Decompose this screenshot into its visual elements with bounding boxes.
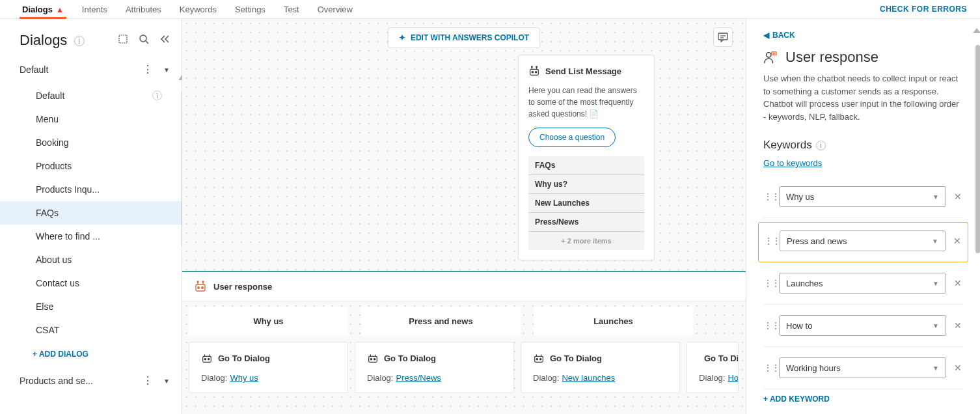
svg-point-11: [532, 66, 533, 68]
keyword-row: ⋮⋮ Why us▼ ✕: [763, 180, 963, 218]
add-dialog-button[interactable]: + ADD DIALOG: [0, 342, 182, 366]
panel-title: User response: [785, 49, 878, 66]
bot-icon: [528, 65, 540, 77]
svg-point-26: [370, 359, 372, 360]
info-icon[interactable]: i: [152, 90, 162, 100]
top-nav: Dialogs▲ Intents Attributes Keywords Set…: [0, 0, 980, 19]
drag-handle-icon[interactable]: ⋮⋮: [763, 278, 772, 288]
check-errors-button[interactable]: CHECK FOR ERRORS: [880, 5, 967, 14]
svg-point-12: [536, 66, 538, 68]
sparkle-icon: ✦: [399, 33, 405, 42]
svg-point-31: [536, 359, 538, 360]
chevron-down-icon[interactable]: ▼: [163, 378, 170, 385]
delete-icon[interactable]: ✕: [953, 320, 963, 331]
delete-icon[interactable]: ✕: [952, 236, 962, 246]
canvas[interactable]: ✦ EDIT WITH ANSWERS COPILOT Send List Me…: [182, 19, 746, 414]
group-products-se[interactable]: Products and se... ⋮▼: [0, 366, 182, 395]
tree-item-else[interactable]: Else: [0, 295, 182, 318]
card-text: Here you can read the answers to some of…: [528, 85, 644, 120]
chat-icon[interactable]: [713, 27, 733, 47]
tab-test[interactable]: Test: [281, 1, 302, 18]
keyword-select[interactable]: Working hours▼: [779, 357, 946, 378]
more-items-label[interactable]: + 2 more items: [528, 232, 644, 250]
dialog-link[interactable]: Why us: [230, 373, 258, 383]
card-title: Send List Message: [545, 66, 621, 76]
svg-point-19: [202, 281, 204, 283]
drag-handle-icon[interactable]: ⋮⋮: [763, 191, 772, 202]
search-icon[interactable]: [139, 34, 149, 47]
bot-icon: [194, 280, 207, 293]
keywords-heading: Keywords i: [763, 139, 963, 152]
info-icon[interactable]: i: [74, 36, 85, 46]
tree-item-contact[interactable]: Contact us: [0, 271, 182, 295]
tree-item-about[interactable]: About us: [0, 248, 182, 271]
right-panel: ◀ BACK User response Use when the chatbo…: [746, 19, 980, 414]
chevron-down-icon: ▼: [932, 280, 939, 287]
svg-point-27: [374, 359, 375, 360]
back-button[interactable]: ◀ BACK: [763, 31, 963, 40]
keyword-select[interactable]: Why us▼: [779, 186, 946, 207]
edit-copilot-button[interactable]: ✦ EDIT WITH ANSWERS COPILOT: [388, 27, 540, 48]
list-item[interactable]: New Launches: [528, 194, 644, 213]
keyword-row-highlighted: ⋮⋮ Press and news▼ ✕: [758, 222, 968, 262]
tab-attributes[interactable]: Attributes: [123, 1, 164, 18]
tab-overview[interactable]: Overview: [315, 1, 355, 18]
delete-icon[interactable]: ✕: [953, 363, 963, 373]
user-response-band: User response Why us Press and news Laun…: [182, 271, 746, 400]
chevron-down-icon[interactable]: ▼: [163, 66, 170, 74]
tree-item-menu[interactable]: Menu: [0, 107, 182, 131]
dialog-link[interactable]: New launches: [562, 373, 615, 383]
tab-keywords[interactable]: Keywords: [177, 1, 219, 18]
delete-icon[interactable]: ✕: [953, 278, 963, 288]
tree-item-csat[interactable]: CSAT: [0, 318, 182, 342]
go-dialog-card[interactable]: Go To Dialog Dialog:Press/News: [355, 342, 514, 393]
tree-item-faqs[interactable]: FAQs: [0, 201, 182, 225]
keyword-row: ⋮⋮ How to▼ ✕: [763, 309, 963, 347]
tree-item-products-inqu[interactable]: Products Inqu...: [0, 178, 182, 201]
expand-all-icon[interactable]: [118, 34, 128, 47]
chevron-down-icon: ▼: [932, 238, 938, 245]
choose-question-button[interactable]: Choose a question: [528, 128, 616, 147]
keyword-row: ⋮⋮ Launches▼ ✕: [763, 266, 963, 305]
go-dialog-card[interactable]: Go To Dialog Dialog:How: [687, 342, 739, 393]
info-icon[interactable]: i: [816, 141, 826, 150]
tree-item-booking[interactable]: Booking: [0, 131, 182, 154]
user-response-header[interactable]: User response: [182, 271, 746, 301]
svg-point-22: [208, 359, 210, 360]
group-default[interactable]: Default ⋮▼: [0, 55, 182, 84]
bot-icon: [201, 352, 213, 364]
drag-handle-icon[interactable]: ⋮⋮: [763, 363, 772, 373]
tree-item-where[interactable]: Where to find ...: [0, 225, 182, 248]
tab-dialogs[interactable]: Dialogs▲: [20, 1, 66, 18]
response-tab-launches[interactable]: Launches: [534, 307, 693, 335]
go-dialog-card[interactable]: Go To Dialog Dialog:Why us: [189, 342, 348, 393]
go-dialog-card[interactable]: Go To Dialog Dialog:New launches: [521, 342, 680, 393]
sidebar-title: Dialogs i: [20, 32, 85, 49]
drag-handle-icon[interactable]: ⋮⋮: [763, 320, 772, 331]
tree-item-products[interactable]: Products: [0, 154, 182, 178]
list-item[interactable]: Press/News: [528, 213, 644, 232]
response-tab-press[interactable]: Press and news: [361, 307, 521, 335]
svg-line-2: [146, 41, 148, 44]
keyword-select[interactable]: How to▼: [779, 315, 946, 336]
send-list-card[interactable]: Send List Message Here you can read the …: [518, 55, 655, 260]
tab-intents[interactable]: Intents: [79, 1, 110, 18]
keyword-select[interactable]: Press and news▼: [780, 230, 946, 251]
card-items: FAQs Why us? New Launches Press/News + 2…: [528, 156, 644, 250]
drag-handle-icon[interactable]: ⋮⋮: [764, 236, 773, 246]
bot-icon: [367, 352, 379, 364]
collapse-icon[interactable]: [159, 34, 170, 47]
main-layout: Dialogs i Default ⋮▼ Defaulti: [0, 19, 980, 414]
tree-item-default[interactable]: Defaulti: [0, 84, 182, 107]
scrollbar-thumb[interactable]: [975, 45, 980, 253]
add-keyword-button[interactable]: + ADD KEYWORD: [763, 394, 963, 404]
list-item[interactable]: Why us?: [528, 175, 644, 194]
dialog-link[interactable]: Press/News: [396, 373, 441, 383]
keyword-select[interactable]: Launches▼: [779, 273, 946, 294]
response-tab-whyus[interactable]: Why us: [189, 307, 348, 335]
delete-icon[interactable]: ✕: [953, 191, 963, 202]
dialog-link[interactable]: How: [728, 373, 739, 383]
list-item[interactable]: FAQs: [528, 156, 644, 175]
tab-settings[interactable]: Settings: [232, 1, 268, 18]
go-to-keywords-link[interactable]: Go to keywords: [763, 158, 822, 168]
